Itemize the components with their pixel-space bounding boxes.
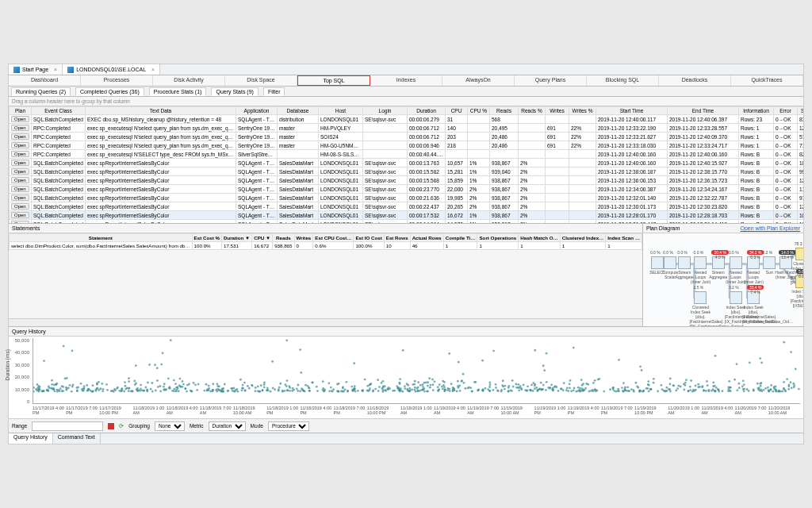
col-header[interactable]: Host bbox=[319, 107, 363, 115]
table-row[interactable]: OpenRPC:Completedexec sp_executesql N'se… bbox=[10, 124, 804, 133]
col-header[interactable]: Est Cost % bbox=[192, 234, 221, 242]
col-header[interactable]: CPU bbox=[446, 107, 468, 115]
open-plan-button[interactable]: Open bbox=[11, 116, 29, 122]
subtab[interactable]: Running Queries (2) bbox=[11, 87, 71, 96]
subtab[interactable]: Query Stats (9) bbox=[211, 87, 258, 96]
groupby-bar[interactable]: Drag a column header here to group by th… bbox=[9, 97, 803, 106]
open-plan-button[interactable]: Open bbox=[11, 168, 29, 175]
open-plan-button[interactable]: Open bbox=[11, 177, 29, 183]
plan-node[interactable]: 3.2 %Index Seek [dbo].[FactInternetSales… bbox=[725, 291, 747, 324]
table-row[interactable]: OpenSQL:BatchCompletedexec spReportInter… bbox=[10, 202, 804, 211]
plan-node[interactable]: 5.6 % 0.1 %Index Scan [dbo].[FactInterne… bbox=[791, 275, 803, 308]
col-header[interactable]: Login bbox=[363, 107, 408, 115]
table-row[interactable]: OpenSQL:BatchCompletedexec spReportInter… bbox=[10, 194, 804, 202]
col-header[interactable]: Writes bbox=[546, 107, 569, 115]
open-plan-button[interactable]: Open bbox=[11, 194, 29, 201]
table-row[interactable]: OpenSQL:BatchCompletedexec spReportInter… bbox=[10, 167, 804, 176]
window-tab[interactable]: Start Page× bbox=[9, 64, 63, 75]
table-row[interactable]: select dbo.DimProduct.Color, sum(dbo.Fac… bbox=[10, 242, 642, 250]
col-header[interactable]: Compile Ti… bbox=[443, 234, 477, 242]
col-header[interactable]: Start Time bbox=[596, 107, 668, 115]
col-header[interactable]: Est CPU Cost… bbox=[313, 234, 354, 242]
col-header[interactable]: Event Class bbox=[32, 107, 86, 115]
col-header[interactable]: CPU ▼ bbox=[252, 234, 273, 242]
svg-point-135 bbox=[419, 384, 422, 387]
col-header[interactable]: Duration ▼ bbox=[221, 234, 251, 242]
table-row[interactable]: OpenSQL:BatchCompletedexec spReportInter… bbox=[10, 185, 804, 194]
nav-query-plans[interactable]: Query Plans bbox=[515, 75, 587, 86]
plan-canvas[interactable]: 0.0 %SELECT 0.0 %Compute Scalar 0.0 %Str… bbox=[643, 233, 803, 326]
col-header[interactable]: Writes bbox=[294, 234, 313, 242]
nav-disk-space[interactable]: Disk Space bbox=[225, 75, 297, 86]
col-header[interactable]: Information bbox=[739, 107, 774, 115]
col-header[interactable]: Sort Operations bbox=[477, 234, 519, 242]
table-row[interactable]: OpenSQL:BatchCompletedexec spReportInter… bbox=[10, 211, 804, 220]
col-header[interactable]: Text Data bbox=[86, 107, 236, 115]
close-icon[interactable]: × bbox=[151, 67, 155, 72]
table-row[interactable]: OpenSQL:BatchCompletedEXEC dbo.sp_MShist… bbox=[10, 115, 804, 124]
table-row[interactable]: OpenSQL:BatchCompletedexec spReportInter… bbox=[10, 176, 804, 185]
col-header[interactable]: Reads % bbox=[519, 107, 546, 115]
record-icon[interactable] bbox=[108, 423, 114, 429]
table-row[interactable]: OpenSQL:BatchCompletedexec spReportInter… bbox=[10, 159, 804, 167]
scrollbar-h[interactable] bbox=[9, 318, 642, 326]
col-header[interactable]: Est IO Cost bbox=[354, 234, 384, 242]
nav-disk-activity[interactable]: Disk Activity bbox=[153, 75, 225, 86]
col-header[interactable]: Error bbox=[774, 107, 798, 115]
query-history-chart[interactable]: Duration (ms) 50,00040,00030,00020,00010… bbox=[9, 337, 803, 418]
svg-point-810 bbox=[695, 389, 697, 391]
col-header[interactable]: Application bbox=[236, 107, 278, 115]
nav-indexes[interactable]: Indexes bbox=[370, 75, 442, 86]
subtab[interactable]: Completed Queries (36) bbox=[75, 87, 144, 96]
col-header[interactable]: Clustered Index… bbox=[560, 234, 606, 242]
mode-select[interactable]: Procedure bbox=[268, 421, 309, 431]
nav-top-sql[interactable]: Top SQL bbox=[297, 75, 370, 86]
table-row[interactable]: OpenRPC:Completedexec sp_executesql N'SE… bbox=[10, 150, 804, 159]
col-header[interactable]: Statement bbox=[10, 234, 193, 242]
open-plan-button[interactable]: Open bbox=[11, 212, 29, 218]
nav-blocking-sql[interactable]: Blocking SQL bbox=[587, 75, 659, 86]
table-row[interactable]: OpenRPC:Completedexec sp_executesql N'se… bbox=[10, 133, 804, 141]
col-header[interactable]: Reads bbox=[273, 234, 294, 242]
subtab[interactable]: Procedure Stats (1) bbox=[149, 87, 207, 96]
col-header[interactable]: Reads bbox=[490, 107, 519, 115]
col-header[interactable]: Duration bbox=[408, 107, 446, 115]
col-header[interactable]: Actual Rows bbox=[410, 234, 443, 242]
table-row[interactable]: OpenRPC:Completedexec sp_executesql N'se… bbox=[10, 141, 804, 150]
grouping-select[interactable]: None bbox=[155, 421, 185, 431]
open-plan-button[interactable]: Open bbox=[11, 186, 29, 192]
open-plan-button[interactable]: Open bbox=[11, 203, 29, 210]
open-plan-button[interactable]: Open bbox=[11, 125, 29, 131]
open-plan-explorer-link[interactable]: Open with Plan Explorer bbox=[741, 225, 800, 231]
metric-select[interactable]: Duration bbox=[209, 421, 246, 431]
chart-plot-area[interactable] bbox=[33, 338, 800, 404]
svg-point-492 bbox=[542, 384, 545, 387]
col-header[interactable]: Plan bbox=[10, 107, 32, 115]
col-header[interactable]: SPID bbox=[798, 107, 804, 115]
bottom-tab[interactable]: Command Text bbox=[53, 433, 101, 444]
col-header[interactable]: Index Scan … bbox=[606, 234, 642, 242]
svg-point-18 bbox=[167, 377, 170, 379]
col-header[interactable]: CPU % bbox=[468, 107, 490, 115]
svg-point-788 bbox=[216, 383, 219, 385]
nav-alwayson[interactable]: AlwaysOn bbox=[442, 75, 515, 86]
plan-node[interactable]: 2.5 %Clustered Index Seek [dbo].[FactInt… bbox=[689, 291, 711, 326]
close-icon[interactable]: × bbox=[54, 67, 57, 72]
col-header[interactable]: End Time bbox=[668, 107, 739, 115]
nav-quicktraces[interactable]: QuickTraces bbox=[731, 75, 803, 86]
open-plan-button[interactable]: Open bbox=[11, 160, 29, 166]
col-header[interactable]: Writes % bbox=[569, 107, 596, 115]
window-tab[interactable]: LONDONSQL01\SE.LOCAL× bbox=[63, 64, 160, 75]
open-plan-button[interactable]: Open bbox=[11, 142, 29, 148]
col-header[interactable]: Hash Match O… bbox=[519, 234, 560, 242]
open-plan-button[interactable]: Open bbox=[11, 151, 29, 157]
nav-processes[interactable]: Processes bbox=[81, 75, 153, 86]
nav-deadlocks[interactable]: Deadlocks bbox=[659, 75, 731, 86]
col-header[interactable]: Database bbox=[278, 107, 319, 115]
subtab[interactable]: Filter bbox=[263, 87, 285, 96]
col-header[interactable]: Est Rows bbox=[384, 234, 410, 242]
range-input[interactable] bbox=[32, 421, 103, 431]
nav-dashboard[interactable]: Dashboard bbox=[9, 75, 81, 86]
bottom-tab[interactable]: Query History bbox=[9, 433, 53, 444]
open-plan-button[interactable]: Open bbox=[11, 133, 29, 140]
